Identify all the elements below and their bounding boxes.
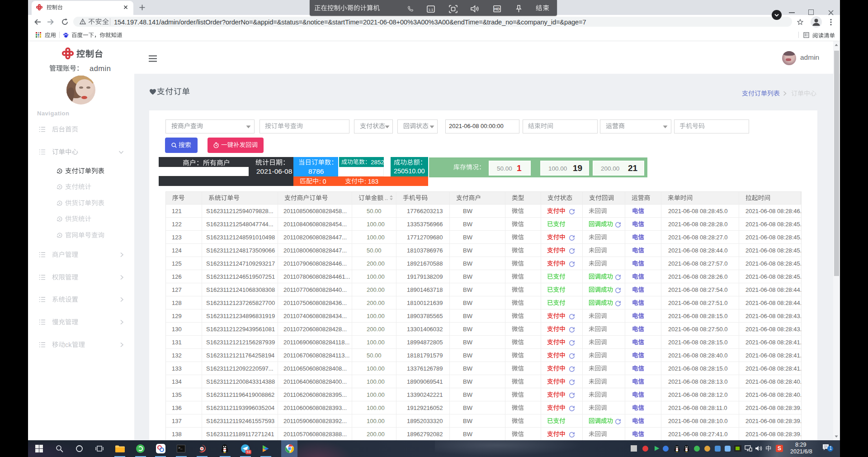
svg-text:1:1: 1:1 bbox=[428, 8, 434, 12]
svg-text:HD: HD bbox=[494, 7, 500, 11]
